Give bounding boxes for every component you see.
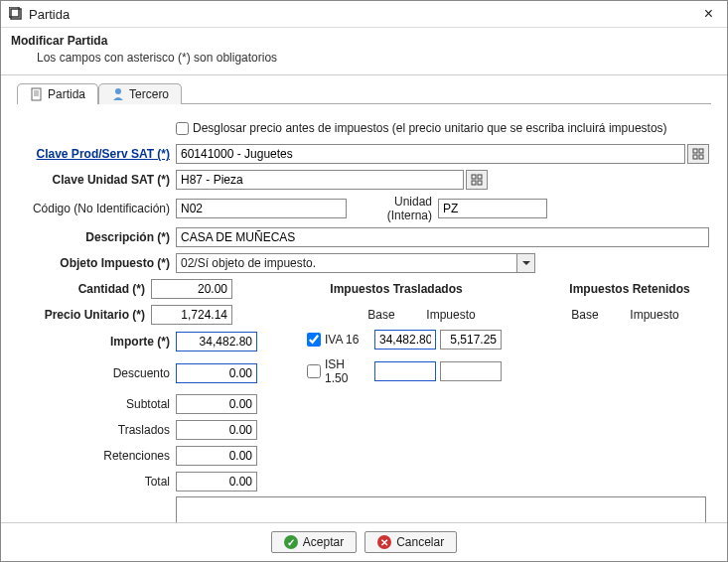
subtotal-label: Subtotal xyxy=(19,397,176,411)
close-button[interactable]: × xyxy=(698,5,719,23)
ish-checkbox[interactable] xyxy=(307,364,321,378)
partida-window: Partida × Modificar Partida Los campos c… xyxy=(0,0,728,562)
cantidad-label: Cantidad (*) xyxy=(19,282,151,296)
app-icon xyxy=(9,7,23,21)
header-section: Modificar Partida Los campos con asteris… xyxy=(1,28,727,75)
desglosar-label: Desglosar precio antes de impuestos (el … xyxy=(193,121,667,135)
window-title: Partida xyxy=(29,7,70,22)
unidad-interna-input[interactable] xyxy=(438,199,547,218)
codigo-label: Código (No Identificación) xyxy=(19,202,176,215)
comentarios-textarea[interactable] xyxy=(176,496,706,522)
comentarios-label: Comentarios xyxy=(19,496,176,522)
header-title: Modificar Partida xyxy=(11,34,717,48)
precio-unitario-label: Precio Unitario (*) xyxy=(19,308,151,322)
svg-rect-2 xyxy=(32,88,41,100)
tabs: Partida Tercero xyxy=(1,75,727,104)
tab-partida[interactable]: Partida xyxy=(17,83,98,104)
tab-partida-label: Partida xyxy=(48,87,85,101)
svg-rect-12 xyxy=(478,175,482,179)
ret-base-header: Base xyxy=(550,308,620,322)
ret-impuesto-header: Impuesto xyxy=(620,308,689,322)
svg-rect-13 xyxy=(472,181,476,185)
clave-unidad-input[interactable] xyxy=(176,170,464,190)
iva16-checkbox[interactable] xyxy=(307,333,321,347)
cancelar-label: Cancelar xyxy=(396,535,444,549)
svg-rect-14 xyxy=(478,181,482,185)
aceptar-button[interactable]: ✓ Aceptar xyxy=(271,531,357,553)
ish-label: ISH 1.50 xyxy=(325,357,370,385)
titlebar: Partida × xyxy=(1,1,727,28)
descripcion-input[interactable] xyxy=(176,227,709,247)
form-content: Desglosar precio antes de impuestos (el … xyxy=(1,105,727,522)
importe-label: Importe (*) xyxy=(19,335,176,349)
traslados-input[interactable] xyxy=(176,420,257,440)
iva16-impuesto-input[interactable] xyxy=(440,330,502,350)
tab-tercero-label: Tercero xyxy=(129,87,169,101)
clave-unidad-label: Clave Unidad SAT (*) xyxy=(19,173,176,187)
traslados-label: Traslados xyxy=(19,423,176,437)
svg-rect-8 xyxy=(699,149,703,153)
objeto-impuesto-dropdown[interactable]: 02/Sí objeto de impuesto. xyxy=(176,253,535,273)
descuento-input[interactable] xyxy=(176,363,257,383)
cancelar-button[interactable]: ✕ Cancelar xyxy=(364,531,457,553)
iva16-label: IVA 16 xyxy=(325,333,370,347)
cantidad-input[interactable] xyxy=(151,279,232,299)
ok-icon: ✓ xyxy=(284,535,298,549)
objeto-impuesto-label: Objeto Impuesto (*) xyxy=(19,256,176,270)
svg-rect-7 xyxy=(693,149,697,153)
codigo-input[interactable] xyxy=(176,199,347,218)
descripcion-label: Descripción (*) xyxy=(19,230,176,244)
search-icon xyxy=(471,174,483,186)
importe-input[interactable] xyxy=(176,332,257,351)
tras-base-header: Base xyxy=(350,308,413,322)
header-subtitle: Los campos con asterisco (*) son obligat… xyxy=(11,48,717,65)
ish-base-input[interactable] xyxy=(374,361,436,381)
svg-rect-9 xyxy=(693,155,697,159)
clave-unidad-lookup-button[interactable] xyxy=(466,170,488,190)
descuento-label: Descuento xyxy=(19,366,176,380)
retenciones-input[interactable] xyxy=(176,446,257,466)
aceptar-label: Aceptar xyxy=(303,535,344,549)
subtotal-input[interactable] xyxy=(176,394,257,414)
clave-prod-label[interactable]: Clave Prod/Serv SAT (*) xyxy=(19,147,176,161)
person-icon xyxy=(111,87,125,101)
unidad-interna-label: Unidad (Interna) xyxy=(347,195,438,222)
imp-ret-heading: Impuestos Retenidos xyxy=(550,282,709,296)
precio-unitario-input[interactable] xyxy=(151,305,232,325)
tab-tercero[interactable]: Tercero xyxy=(98,83,182,104)
tras-impuesto-header: Impuesto xyxy=(419,308,483,322)
search-icon xyxy=(692,148,704,160)
cancel-icon: ✕ xyxy=(377,535,391,549)
footer: ✓ Aceptar ✕ Cancelar xyxy=(1,522,727,561)
clave-prod-input[interactable] xyxy=(176,144,685,164)
desglosar-checkbox[interactable] xyxy=(176,122,189,135)
svg-rect-10 xyxy=(699,155,703,159)
ish-impuesto-input[interactable] xyxy=(440,361,502,381)
total-label: Total xyxy=(19,475,176,489)
clave-prod-lookup-button[interactable] xyxy=(687,144,709,164)
svg-point-6 xyxy=(115,88,121,94)
objeto-impuesto-value: 02/Sí objeto de impuesto. xyxy=(181,256,316,270)
retenciones-label: Retenciones xyxy=(19,449,176,463)
chevron-down-icon xyxy=(516,254,534,272)
imp-tras-heading: Impuestos Trasladados xyxy=(282,282,510,296)
svg-rect-11 xyxy=(472,175,476,179)
total-input[interactable] xyxy=(176,472,257,492)
document-icon xyxy=(30,87,44,101)
iva16-base-input[interactable] xyxy=(374,330,436,350)
